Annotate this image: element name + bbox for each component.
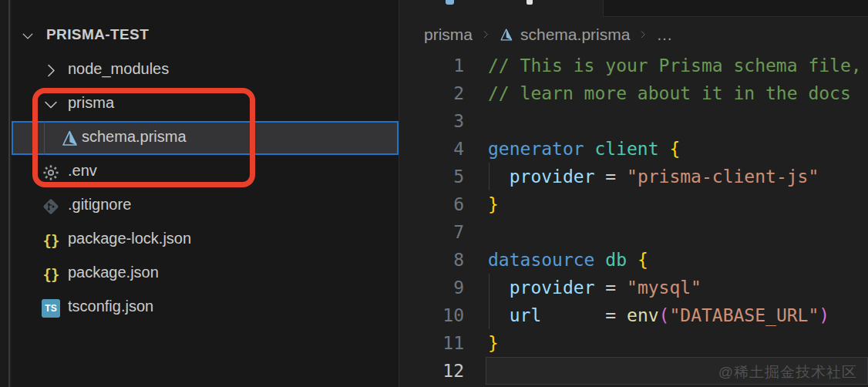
code-line-6[interactable]: 6} <box>399 190 868 218</box>
token-plain <box>488 167 510 187</box>
breadcrumb-label: prisma <box>424 25 473 44</box>
code-line-9[interactable]: 9 provider = "mysql" <box>399 274 868 301</box>
file-label: .gitignore <box>68 196 131 214</box>
line-content: datasource db { <box>488 246 868 274</box>
token-brace: } <box>488 194 499 214</box>
watermark-text: @稀土掘金技术社区 <box>718 362 857 382</box>
braces-icon: {} <box>41 231 61 251</box>
token-paren: ( <box>659 305 670 325</box>
braces-icon: {} <box>41 264 61 284</box>
prisma-icon <box>499 28 513 42</box>
token-prop: url <box>510 305 542 325</box>
tab-prisma-icon <box>446 0 454 5</box>
file-label: package.json <box>68 264 159 281</box>
sidebar-item-gitignore[interactable]: .gitignore <box>12 189 399 223</box>
code-line-3[interactable]: 3 <box>399 107 868 135</box>
code-line-2[interactable]: 2// learn more about it in the docs <box>399 79 868 107</box>
code-line-7[interactable]: 7 <box>399 218 868 246</box>
sidebar-item-schema-prisma[interactable]: schema.prisma <box>12 121 399 155</box>
sidebar-item-package-json[interactable]: {}package.json <box>12 257 399 291</box>
activity-bar-edge <box>0 0 10 387</box>
line-number: 3 <box>399 107 464 135</box>
token-prop: provider <box>510 278 595 298</box>
token-op: = <box>541 305 627 325</box>
line-number: 12 <box>399 357 464 385</box>
editor-tab-bar <box>399 0 868 18</box>
line-number: 8 <box>399 246 464 274</box>
token-op: = <box>594 278 627 298</box>
token-plain <box>659 139 670 159</box>
breadcrumb: prismaschema.prisma… <box>399 18 868 52</box>
line-content: } <box>488 190 868 218</box>
code-line-1[interactable]: 1// This is your Prisma schema file, <box>399 52 868 79</box>
token-string: "mysql" <box>627 278 701 298</box>
line-number: 7 <box>399 218 464 246</box>
file-label: node_modules <box>68 60 169 78</box>
token-plain <box>594 250 605 270</box>
file-label: prisma <box>68 94 114 112</box>
token-string: "DATABASE_URL" <box>669 305 819 325</box>
gear-icon <box>41 163 61 183</box>
line-number: 10 <box>399 301 464 329</box>
code-line-11[interactable]: 11} <box>399 329 868 357</box>
line-number: 1 <box>399 52 464 79</box>
file-label: schema.prisma <box>82 128 187 146</box>
ts-icon: TS <box>41 298 61 318</box>
token-comment: // learn more about it in the docs <box>488 83 851 103</box>
token-plain <box>488 278 510 298</box>
line-content: // This is your Prisma schema file, <box>488 52 868 79</box>
workspace-title: PRISMA-TEST <box>46 26 149 43</box>
token-type: client <box>594 139 658 159</box>
line-number: 11 <box>399 329 464 357</box>
token-brace: } <box>488 333 499 353</box>
code-line-4[interactable]: 4generator client { <box>399 135 868 163</box>
token-brace: { <box>669 139 680 159</box>
breadcrumb-label: schema.prisma <box>520 25 630 44</box>
line-number: 2 <box>399 79 464 107</box>
line-content: generator client { <box>488 135 868 163</box>
code-editor[interactable]: 1// This is your Prisma schema file,2// … <box>399 52 868 387</box>
code-line-5[interactable]: 5 provider = "prisma-client-js" <box>399 163 868 190</box>
line-content: // learn more about it in the docs <box>488 79 868 107</box>
sidebar-item-prisma[interactable]: prisma <box>12 87 399 121</box>
token-comment: // This is your Prisma schema file, <box>488 56 862 76</box>
tab-schema-prisma[interactable] <box>399 0 603 18</box>
breadcrumb-segment[interactable]: prisma <box>424 25 473 44</box>
tab-strip-empty <box>603 0 868 17</box>
breadcrumb-segment[interactable]: schema.prisma <box>499 25 630 44</box>
explorer-sidebar: PRISMA-TEST node_modulesprismaschema.pri… <box>12 0 399 387</box>
code-line-8[interactable]: 8datasource db { <box>399 246 868 274</box>
token-prop: provider <box>510 167 595 187</box>
chevron-right-icon <box>480 29 491 40</box>
token-plain <box>627 250 638 270</box>
file-label: .env <box>68 162 97 180</box>
token-plain <box>488 305 510 325</box>
line-content: } <box>488 329 868 357</box>
chevron-right-icon <box>638 29 648 40</box>
breadcrumb-segment[interactable]: … <box>656 25 672 44</box>
file-label: tsconfig.json <box>68 298 153 315</box>
explorer-section-header[interactable]: PRISMA-TEST <box>12 19 399 52</box>
token-string: "prisma-client-js" <box>627 167 819 187</box>
sidebar-item-tsconfig-json[interactable]: TStsconfig.json <box>12 291 399 325</box>
sidebar-item-env[interactable]: .env <box>12 155 399 189</box>
chevron-right-icon <box>41 61 61 81</box>
line-content: url = env("DATABASE_URL") <box>488 301 868 329</box>
chevron-down-icon <box>41 95 61 115</box>
file-label: package-lock.json <box>68 230 191 247</box>
line-content: provider = "prisma-client-js" <box>488 163 868 190</box>
token-op: = <box>594 167 627 187</box>
line-number: 4 <box>399 135 464 163</box>
token-keyword: generator <box>488 139 584 159</box>
line-number: 5 <box>399 163 464 190</box>
tree-indent-guide <box>44 121 45 155</box>
token-keyword: datasource <box>488 250 594 270</box>
tab-modified-dot-icon <box>527 0 533 5</box>
code-line-10[interactable]: 10 url = env("DATABASE_URL") <box>399 301 868 329</box>
sidebar-item-node-modules[interactable]: node_modules <box>12 53 399 87</box>
breadcrumb-label: … <box>656 25 672 44</box>
editor-pane: prismaschema.prisma… 1// This is your Pr… <box>399 0 868 387</box>
git-icon <box>41 197 61 217</box>
sidebar-item-package-lock-json[interactable]: {}package-lock.json <box>12 223 399 257</box>
token-plain <box>584 139 595 159</box>
